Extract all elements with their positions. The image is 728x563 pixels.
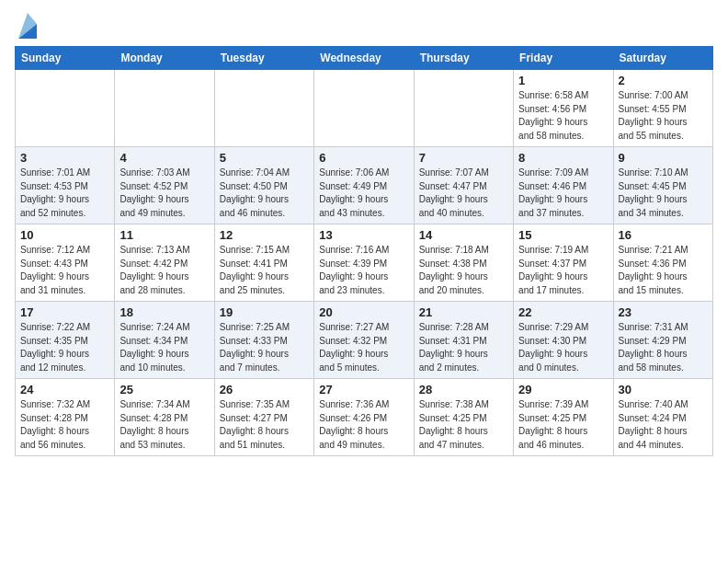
day-info: Sunrise: 6:58 AM Sunset: 4:56 PM Dayligh…: [518, 89, 608, 143]
day-number: 29: [518, 383, 608, 396]
day-info: Sunrise: 7:09 AM Sunset: 4:46 PM Dayligh…: [518, 167, 608, 220]
calendar-week-5: 24Sunrise: 7:32 AM Sunset: 4:28 PM Dayli…: [16, 379, 713, 456]
day-number: 27: [319, 383, 408, 396]
day-info: Sunrise: 7:06 AM Sunset: 4:49 PM Dayligh…: [319, 167, 408, 220]
calendar-cell: 9Sunrise: 7:10 AM Sunset: 4:45 PM Daylig…: [613, 147, 712, 224]
weekday-header-monday: Monday: [115, 47, 214, 70]
day-number: 6: [319, 151, 408, 165]
calendar-cell: 5Sunrise: 7:04 AM Sunset: 4:50 PM Daylig…: [214, 147, 313, 224]
day-number: 2: [619, 74, 708, 87]
day-info: Sunrise: 7:16 AM Sunset: 4:39 PM Dayligh…: [319, 244, 408, 297]
calendar-cell: 13Sunrise: 7:16 AM Sunset: 4:39 PM Dayli…: [314, 224, 414, 302]
day-info: Sunrise: 7:13 AM Sunset: 4:42 PM Dayligh…: [119, 244, 209, 297]
page: SundayMondayTuesdayWednesdayThursdayFrid…: [0, 0, 728, 465]
weekday-header-tuesday: Tuesday: [214, 47, 313, 70]
calendar-cell: 10Sunrise: 7:12 AM Sunset: 4:43 PM Dayli…: [16, 224, 115, 302]
day-number: 18: [119, 305, 209, 319]
day-number: 20: [319, 305, 408, 319]
day-info: Sunrise: 7:25 AM Sunset: 4:33 PM Dayligh…: [220, 321, 309, 374]
day-info: Sunrise: 7:36 AM Sunset: 4:26 PM Dayligh…: [319, 398, 408, 452]
calendar-cell: [115, 70, 214, 147]
calendar-cell: 28Sunrise: 7:38 AM Sunset: 4:25 PM Dayli…: [414, 379, 513, 456]
weekday-header-friday: Friday: [514, 47, 613, 70]
day-number: 25: [119, 383, 209, 396]
day-info: Sunrise: 7:29 AM Sunset: 4:30 PM Dayligh…: [518, 321, 608, 374]
day-number: 26: [220, 383, 309, 396]
calendar-cell: [214, 70, 313, 147]
day-info: Sunrise: 7:19 AM Sunset: 4:37 PM Dayligh…: [518, 244, 608, 297]
calendar-header: SundayMondayTuesdayWednesdayThursdayFrid…: [16, 47, 713, 70]
day-info: Sunrise: 7:10 AM Sunset: 4:45 PM Dayligh…: [619, 167, 708, 220]
day-number: 1: [518, 74, 608, 87]
day-info: Sunrise: 7:28 AM Sunset: 4:31 PM Dayligh…: [419, 321, 508, 374]
calendar-cell: [314, 70, 414, 147]
calendar-week-1: 1Sunrise: 6:58 AM Sunset: 4:56 PM Daylig…: [16, 70, 713, 147]
header: [15, 15, 713, 39]
day-number: 9: [619, 151, 708, 165]
day-number: 11: [119, 228, 209, 242]
weekday-header-thursday: Thursday: [414, 47, 513, 70]
calendar-cell: 18Sunrise: 7:24 AM Sunset: 4:34 PM Dayli…: [115, 302, 214, 379]
day-number: 15: [518, 228, 608, 242]
day-number: 30: [619, 383, 708, 396]
calendar-cell: 22Sunrise: 7:29 AM Sunset: 4:30 PM Dayli…: [514, 302, 613, 379]
calendar-cell: 4Sunrise: 7:03 AM Sunset: 4:52 PM Daylig…: [115, 147, 214, 224]
calendar-cell: 24Sunrise: 7:32 AM Sunset: 4:28 PM Dayli…: [16, 379, 115, 456]
day-number: 5: [220, 151, 309, 165]
calendar-cell: 16Sunrise: 7:21 AM Sunset: 4:36 PM Dayli…: [613, 224, 712, 302]
calendar-cell: [16, 70, 115, 147]
calendar-cell: 14Sunrise: 7:18 AM Sunset: 4:38 PM Dayli…: [414, 224, 513, 302]
day-number: 23: [619, 305, 708, 319]
calendar-cell: 19Sunrise: 7:25 AM Sunset: 4:33 PM Dayli…: [214, 302, 313, 379]
calendar-cell: 2Sunrise: 7:00 AM Sunset: 4:55 PM Daylig…: [613, 70, 712, 147]
calendar-cell: 7Sunrise: 7:07 AM Sunset: 4:47 PM Daylig…: [414, 147, 513, 224]
day-info: Sunrise: 7:34 AM Sunset: 4:28 PM Dayligh…: [119, 398, 209, 452]
calendar-cell: 21Sunrise: 7:28 AM Sunset: 4:31 PM Dayli…: [414, 302, 513, 379]
weekday-header-wednesday: Wednesday: [314, 47, 414, 70]
calendar-cell: 1Sunrise: 6:58 AM Sunset: 4:56 PM Daylig…: [514, 70, 613, 147]
weekday-header-sunday: Sunday: [16, 47, 115, 70]
day-number: 10: [20, 228, 109, 242]
day-number: 13: [319, 228, 408, 242]
calendar-cell: 20Sunrise: 7:27 AM Sunset: 4:32 PM Dayli…: [314, 302, 414, 379]
calendar-week-3: 10Sunrise: 7:12 AM Sunset: 4:43 PM Dayli…: [16, 224, 713, 302]
calendar-body: 1Sunrise: 6:58 AM Sunset: 4:56 PM Daylig…: [16, 70, 713, 456]
day-number: 8: [518, 151, 608, 165]
calendar-cell: 6Sunrise: 7:06 AM Sunset: 4:49 PM Daylig…: [314, 147, 414, 224]
calendar-cell: 8Sunrise: 7:09 AM Sunset: 4:46 PM Daylig…: [514, 147, 613, 224]
day-number: 16: [619, 228, 708, 242]
day-number: 17: [20, 305, 109, 319]
day-info: Sunrise: 7:24 AM Sunset: 4:34 PM Dayligh…: [119, 321, 209, 374]
calendar-cell: 11Sunrise: 7:13 AM Sunset: 4:42 PM Dayli…: [115, 224, 214, 302]
day-info: Sunrise: 7:15 AM Sunset: 4:41 PM Dayligh…: [220, 244, 309, 297]
day-info: Sunrise: 7:18 AM Sunset: 4:38 PM Dayligh…: [419, 244, 508, 297]
calendar-cell: [414, 70, 513, 147]
day-info: Sunrise: 7:03 AM Sunset: 4:52 PM Dayligh…: [119, 167, 209, 220]
day-info: Sunrise: 7:32 AM Sunset: 4:28 PM Dayligh…: [20, 398, 109, 452]
day-info: Sunrise: 7:31 AM Sunset: 4:29 PM Dayligh…: [619, 321, 708, 374]
day-number: 4: [119, 151, 209, 165]
calendar-cell: 15Sunrise: 7:19 AM Sunset: 4:37 PM Dayli…: [514, 224, 613, 302]
day-info: Sunrise: 7:21 AM Sunset: 4:36 PM Dayligh…: [619, 244, 708, 297]
day-info: Sunrise: 7:39 AM Sunset: 4:25 PM Dayligh…: [518, 398, 608, 452]
calendar-cell: 23Sunrise: 7:31 AM Sunset: 4:29 PM Dayli…: [613, 302, 712, 379]
day-number: 24: [20, 383, 109, 396]
day-number: 12: [220, 228, 309, 242]
day-info: Sunrise: 7:04 AM Sunset: 4:50 PM Dayligh…: [220, 167, 309, 220]
logo: [15, 15, 37, 39]
day-info: Sunrise: 7:22 AM Sunset: 4:35 PM Dayligh…: [20, 321, 109, 374]
day-number: 19: [220, 305, 309, 319]
day-number: 21: [419, 305, 508, 319]
logo-icon: [18, 13, 37, 39]
calendar-week-4: 17Sunrise: 7:22 AM Sunset: 4:35 PM Dayli…: [16, 302, 713, 379]
calendar-cell: 12Sunrise: 7:15 AM Sunset: 4:41 PM Dayli…: [214, 224, 313, 302]
day-info: Sunrise: 7:00 AM Sunset: 4:55 PM Dayligh…: [619, 89, 708, 143]
weekday-header-saturday: Saturday: [613, 47, 712, 70]
calendar-cell: 17Sunrise: 7:22 AM Sunset: 4:35 PM Dayli…: [16, 302, 115, 379]
calendar-cell: 26Sunrise: 7:35 AM Sunset: 4:27 PM Dayli…: [214, 379, 313, 456]
day-info: Sunrise: 7:35 AM Sunset: 4:27 PM Dayligh…: [220, 398, 309, 452]
day-info: Sunrise: 7:40 AM Sunset: 4:24 PM Dayligh…: [619, 398, 708, 452]
day-info: Sunrise: 7:27 AM Sunset: 4:32 PM Dayligh…: [319, 321, 408, 374]
calendar-cell: 27Sunrise: 7:36 AM Sunset: 4:26 PM Dayli…: [314, 379, 414, 456]
day-info: Sunrise: 7:07 AM Sunset: 4:47 PM Dayligh…: [419, 167, 508, 220]
